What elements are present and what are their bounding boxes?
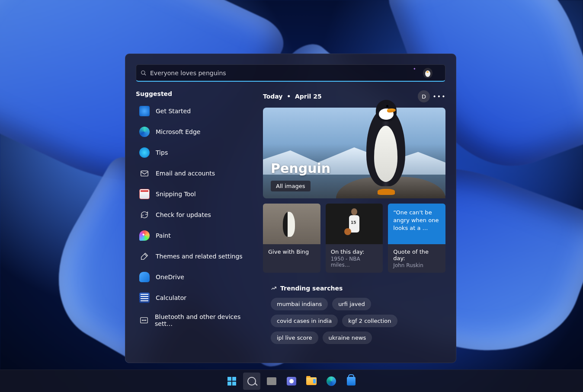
mail-icon [139, 168, 150, 178]
taskbar [0, 370, 583, 392]
trending-chip[interactable]: ukraine news [323, 331, 372, 344]
suggested-label: Tips [156, 149, 168, 156]
calculator-icon [139, 293, 150, 303]
chat-icon [287, 377, 296, 386]
bluetooth-settings-icon [139, 315, 149, 325]
taskbar-chat-button[interactable] [283, 373, 300, 390]
svg-rect-3 [141, 318, 148, 323]
taskbar-edge-button[interactable] [323, 373, 340, 390]
today-header: Today • April 25 [263, 93, 322, 100]
card-title: Quote of the day: [393, 249, 440, 261]
today-panel: Today • April 25 D ••• Penguin All image… [263, 90, 445, 352]
suggested-label: Email and accounts [156, 170, 215, 177]
taskbar-taskview-button[interactable] [263, 373, 280, 390]
suggested-item-calculator[interactable]: Calculator [136, 288, 253, 307]
hero-card-penguin[interactable]: Penguin All images [263, 108, 445, 198]
suggested-item-email[interactable]: Email and accounts [136, 164, 253, 183]
card-title: On this day: [331, 249, 378, 255]
suggested-label: Get Started [156, 108, 191, 115]
trending-icon [271, 285, 277, 291]
trending-chip[interactable]: mumbai indians [271, 298, 328, 310]
svg-point-4 [142, 320, 143, 321]
edge-icon [139, 127, 150, 137]
trending-chip[interactable]: kgf 2 collection [342, 315, 397, 327]
tips-icon [139, 147, 150, 158]
card-on-this-day[interactable]: 15 On this day: 1950 - NBA miles… [326, 204, 383, 273]
penguin-image [361, 96, 411, 195]
jersey-number: 15 [351, 220, 356, 225]
get-started-icon [139, 106, 150, 116]
search-icon [247, 377, 256, 386]
suggested-label: Paint [156, 232, 171, 239]
suggested-item-bluetooth[interactable]: Bluetooth and other devices sett… [136, 309, 253, 331]
suggested-panel: Suggested Get Started Microsoft Edge Tip… [136, 90, 253, 352]
hero-title: Penguin [271, 161, 330, 176]
account-avatar-button[interactable]: D [418, 90, 430, 102]
taskbar-search-button[interactable] [243, 373, 260, 390]
suggested-item-updates[interactable]: Check for updates [136, 205, 253, 224]
update-icon [139, 210, 150, 220]
suggested-label: Bluetooth and other devices sett… [155, 313, 249, 327]
suggested-label: Snipping Tool [156, 191, 196, 198]
give-bing-image [263, 204, 320, 244]
suggested-item-paint[interactable]: Paint [136, 226, 253, 245]
taskview-icon [267, 377, 276, 385]
suggested-item-tips[interactable]: Tips [136, 143, 253, 162]
taskbar-explorer-button[interactable] [303, 373, 320, 390]
folder-icon [306, 377, 317, 385]
search-box[interactable]: ✦ [136, 64, 445, 82]
svg-point-6 [145, 320, 146, 321]
onedrive-icon [139, 272, 150, 282]
trending-chip[interactable]: urfi javed [332, 298, 371, 310]
suggested-label: OneDrive [156, 274, 184, 280]
snipping-tool-icon [139, 189, 150, 199]
penguin-mini-icon [423, 68, 432, 78]
themes-icon [139, 251, 150, 261]
card-quote-of-day[interactable]: “One can't be angry when one looks at a … [388, 204, 445, 273]
suggested-item-themes[interactable]: Themes and related settings [136, 247, 253, 266]
search-input[interactable] [147, 70, 415, 76]
edge-icon [327, 376, 336, 386]
trending-chip[interactable]: ipl live score [271, 331, 318, 344]
suggested-label: Calculator [156, 294, 186, 301]
suggested-label: Microsoft Edge [156, 128, 200, 135]
svg-line-1 [144, 73, 146, 75]
svg-point-0 [141, 70, 145, 74]
search-decoration: ✦ [415, 67, 441, 79]
search-flyout: ✦ Suggested Get Started Microsoft Edge [125, 54, 456, 363]
on-this-day-image: 15 [326, 204, 383, 244]
trending-header-label: Trending searches [280, 285, 343, 292]
paint-icon [139, 230, 150, 241]
suggested-label: Check for updates [156, 211, 211, 218]
svg-point-5 [144, 320, 144, 321]
suggested-header: Suggested [136, 90, 253, 97]
card-give-with-bing[interactable]: Give with Bing [263, 204, 320, 273]
trending-searches: Trending searches mumbai indians urfi ja… [263, 280, 445, 351]
avatar-initial: D [422, 93, 426, 100]
today-separator: • [287, 93, 291, 100]
more-options-button[interactable]: ••• [433, 92, 445, 101]
search-icon [141, 70, 147, 76]
today-word: Today [263, 93, 282, 100]
suggested-item-snipping[interactable]: Snipping Tool [136, 185, 253, 204]
suggested-item-edge[interactable]: Microsoft Edge [136, 122, 253, 141]
store-icon [347, 377, 356, 386]
all-images-button[interactable]: All images [271, 181, 311, 191]
trending-chip[interactable]: covid cases in india [271, 315, 338, 327]
suggested-label: Themes and related settings [156, 253, 243, 260]
more-icon: ••• [433, 93, 446, 100]
taskbar-store-button[interactable] [343, 373, 360, 390]
svg-rect-2 [141, 171, 148, 176]
start-icon [227, 377, 236, 386]
suggested-item-get-started[interactable]: Get Started [136, 102, 253, 121]
card-subtitle: John Ruskin [393, 262, 440, 268]
card-subtitle: 1950 - NBA miles… [331, 256, 378, 268]
card-title: Give with Bing [268, 249, 315, 255]
taskbar-start-button[interactable] [223, 373, 240, 390]
suggested-item-onedrive[interactable]: OneDrive [136, 268, 253, 287]
quote-text: “One can't be angry when one looks at a … [388, 204, 445, 244]
today-date: April 25 [295, 93, 322, 100]
